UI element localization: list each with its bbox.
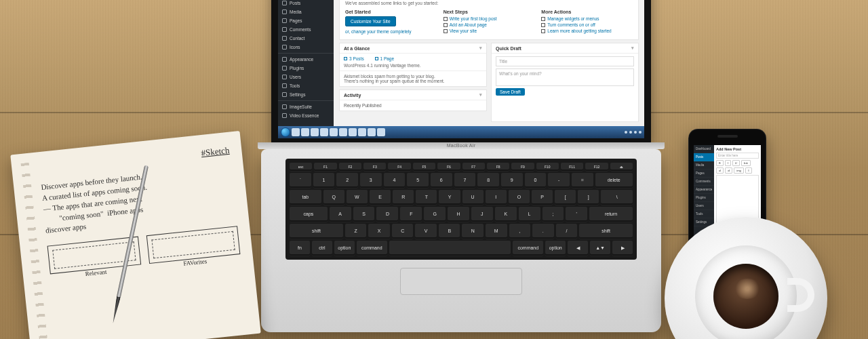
phone-menu-item[interactable]: Appearance: [694, 186, 714, 194]
taskbar-app[interactable]: [330, 128, 338, 136]
phone-menu-item[interactable]: Plugins: [694, 194, 714, 202]
phone-title-input[interactable]: Enter title here: [716, 153, 759, 159]
key[interactable]: F3: [363, 163, 386, 171]
wp-menu-comments[interactable]: Comments: [278, 25, 334, 34]
key[interactable]: N: [462, 224, 484, 239]
key[interactable]: 4: [384, 173, 406, 188]
key[interactable]: F9: [511, 163, 534, 171]
key[interactable]: ]: [578, 190, 599, 205]
wp-menu-pages[interactable]: Pages: [278, 16, 334, 25]
key[interactable]: J: [471, 207, 493, 222]
key[interactable]: F4: [388, 163, 410, 171]
key[interactable]: shift: [290, 224, 343, 239]
key[interactable]: F1: [314, 163, 336, 171]
key[interactable]: -: [548, 173, 570, 188]
key[interactable]: F10: [536, 163, 559, 171]
key[interactable]: Q: [323, 190, 344, 205]
key[interactable]: S: [353, 207, 375, 222]
key[interactable]: delete: [595, 173, 633, 188]
key[interactable]: F5: [413, 163, 435, 171]
key[interactable]: X: [368, 224, 390, 239]
key[interactable]: ctrl: [312, 241, 332, 256]
key[interactable]: U: [462, 190, 484, 205]
draft-title-input[interactable]: Title: [496, 56, 634, 66]
taskbar-app[interactable]: [301, 128, 309, 136]
toggle-icon[interactable]: ▾: [479, 92, 482, 98]
key[interactable]: Y: [439, 190, 460, 205]
key[interactable]: P: [532, 190, 553, 205]
change-theme-link[interactable]: or, change your theme completely: [345, 29, 437, 34]
phone-menu-item[interactable]: Dashboard: [694, 145, 714, 153]
wp-menu-posts[interactable]: Posts: [278, 0, 334, 7]
taskbar-app[interactable]: [349, 128, 357, 136]
key[interactable]: ▲▼: [590, 241, 610, 256]
comments-toggle-link[interactable]: Turn comments on or off: [541, 22, 633, 27]
key[interactable]: 7: [454, 173, 476, 188]
toolbar-button[interactable]: link: [741, 160, 751, 166]
key[interactable]: F2: [339, 163, 361, 171]
toolbar-button[interactable]: ol: [725, 167, 732, 174]
toolbar-button[interactable]: img: [734, 167, 743, 174]
key[interactable]: esc: [290, 163, 312, 171]
toolbar-button[interactable]: ul: [716, 167, 724, 174]
taskbar-app[interactable]: [320, 128, 328, 136]
key[interactable]: A: [330, 207, 351, 222]
wp-menu-plugins[interactable]: Plugins: [278, 64, 334, 73]
posts-count-link[interactable]: 3 Posts: [344, 56, 364, 61]
taskbar-app[interactable]: [358, 128, 366, 136]
key[interactable]: V: [415, 224, 437, 239]
taskbar-app[interactable]: [368, 128, 376, 136]
key[interactable]: 1: [313, 173, 335, 188]
taskbar-app[interactable]: [311, 128, 319, 136]
taskbar-app[interactable]: [339, 128, 347, 136]
key[interactable]: O: [509, 190, 530, 205]
key[interactable]: caps: [290, 207, 328, 222]
key[interactable]: ,: [509, 224, 531, 239]
key[interactable]: [389, 241, 511, 256]
trackpad[interactable]: [400, 268, 522, 295]
widgets-link[interactable]: Manage widgets or menus: [541, 16, 633, 21]
key[interactable]: E: [370, 190, 391, 205]
key[interactable]: command: [513, 241, 543, 256]
pages-count-link[interactable]: 1 Page: [375, 56, 395, 61]
toggle-icon[interactable]: ▾: [631, 45, 634, 51]
write-post-link[interactable]: Write your first blog post: [443, 16, 535, 21]
toolbar-button[interactable]: I: [725, 160, 731, 166]
wp-menu-users[interactable]: Users: [278, 73, 334, 81]
toggle-icon[interactable]: ▾: [479, 45, 482, 51]
phone-menu-item[interactable]: Media: [694, 161, 714, 170]
key[interactable]: F8: [487, 163, 509, 171]
key[interactable]: F7: [462, 163, 485, 171]
key[interactable]: L: [519, 207, 540, 222]
key[interactable]: ◀: [568, 241, 588, 256]
phone-menu-item[interactable]: Users: [694, 202, 714, 210]
customize-site-button[interactable]: Customize Your Site: [345, 16, 396, 26]
key[interactable]: option: [334, 241, 355, 256]
wp-menu-appearance[interactable]: Appearance: [278, 53, 334, 64]
learn-more-link[interactable]: Learn more about getting started: [541, 28, 633, 33]
add-about-link[interactable]: Add an About page: [443, 22, 535, 27]
key[interactable]: ;: [542, 207, 564, 222]
key[interactable]: B: [439, 224, 460, 239]
start-button[interactable]: [281, 127, 290, 137]
key[interactable]: F: [400, 207, 422, 222]
wp-menu-media[interactable]: Media: [278, 7, 334, 16]
key[interactable]: =: [572, 173, 593, 188]
key[interactable]: 8: [477, 173, 499, 188]
key[interactable]: I: [486, 190, 507, 205]
key[interactable]: T: [416, 190, 437, 205]
taskbar-app[interactable]: [377, 128, 385, 136]
wp-menu-videoessence[interactable]: Video Essence: [278, 111, 334, 120]
toolbar-button[interactable]: U: [732, 160, 740, 166]
key[interactable]: M: [486, 224, 507, 239]
key[interactable]: W: [347, 190, 368, 205]
key[interactable]: F12: [585, 163, 608, 171]
wp-menu-contact[interactable]: Contact: [278, 34, 334, 43]
key[interactable]: C: [392, 224, 414, 239]
key[interactable]: G: [424, 207, 446, 222]
key[interactable]: \: [601, 190, 633, 205]
system-tray[interactable]: [625, 131, 642, 134]
wp-menu-tools[interactable]: Tools: [278, 81, 334, 90]
key[interactable]: tab: [290, 190, 321, 205]
view-site-link[interactable]: View your site: [443, 28, 535, 33]
